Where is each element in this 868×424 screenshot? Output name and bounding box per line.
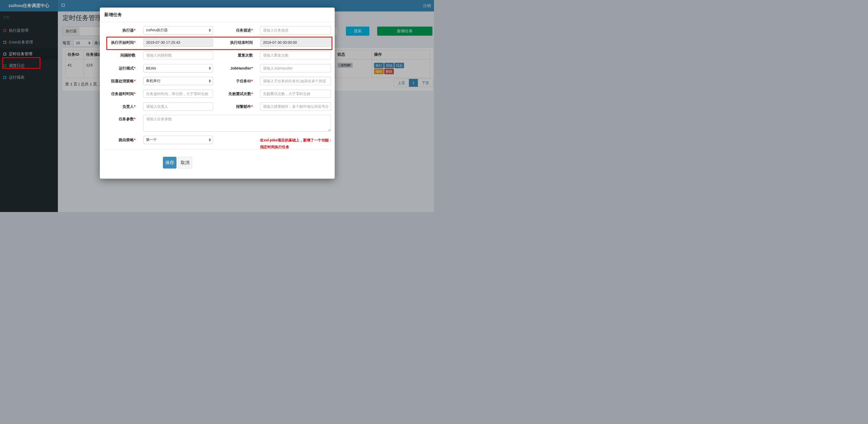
child-job-id-label: 子任务ID* [214,77,253,85]
job-param-label: 任务参数* [100,115,135,123]
save-button[interactable]: 保存 [163,157,177,168]
select-stepper-icon [209,79,211,83]
divider [100,22,335,22]
owner-label: 负责人* [100,102,135,111]
block-strategy-label: 阻塞处理策略* [100,77,135,85]
run-mode-select[interactable]: BEAN [143,64,213,72]
end-time-input[interactable]: 2019-07-30 00:00:00 [260,38,331,46]
route-strategy-select[interactable]: 第一个 [143,136,213,144]
fail-retry-input[interactable] [260,90,331,98]
fail-retry-label: 失败重试次数* [214,90,253,98]
route-strategy-label: 路由策略* [100,136,135,144]
start-time-input[interactable]: 2019-07-30 17:25:43 [143,38,213,46]
select-stepper-icon [209,67,211,70]
route-strategy-select-value: 第一个 [144,137,209,142]
add-task-modal: 新增任务 执行器* zuihou执行器 任务描述* 执行开始时间* [100,7,335,179]
cancel-button[interactable]: 取消 [178,157,192,168]
interval-label: 间隔秒数 [100,51,135,59]
select-stepper-icon [209,138,211,141]
start-time-label: 执行开始时间* [100,38,135,46]
alarm-email-input[interactable] [260,102,331,111]
timeout-input[interactable] [143,90,213,98]
job-handler-label: JobHandler* [214,64,253,72]
run-mode-select-value: BEAN [144,66,209,70]
block-strategy-select[interactable]: 单机串行 [143,77,213,85]
select-stepper-icon [209,29,211,32]
job-param-textarea[interactable] [143,115,331,132]
end-time-label: 执行结束时间 [214,38,253,46]
child-job-id-input[interactable] [260,77,331,85]
interval-input[interactable] [143,51,213,59]
timeout-label: 任务超时时间* [100,90,135,98]
divider [104,149,331,150]
run-mode-label: 运行模式* [100,64,135,72]
executor-label: 执行器* [100,26,135,34]
alarm-email-label: 报警邮件* [214,102,253,111]
job-desc-input[interactable] [260,26,331,34]
feature-note: 在xxl-jobs项目的基础上，新增了一个功能： 指定时间执行任务 [260,137,335,150]
repeat-count-label: 重复次数 [214,51,253,59]
modal-title: 新增任务 [104,12,122,18]
owner-input[interactable] [143,102,213,111]
executor-select-value: zuihou执行器 [144,28,209,33]
block-strategy-select-value: 单机串行 [144,79,209,83]
job-desc-label: 任务描述* [214,26,253,34]
feature-note-line1: 在xxl-jobs项目的基础上，新增了一个功能： [260,137,335,143]
job-handler-input[interactable] [260,64,331,72]
executor-select[interactable]: zuihou执行器 [143,26,213,34]
repeat-count-input[interactable] [260,51,331,59]
app-root: zuihou任务调度中心 注销 导航 执行器管理 Cron任务管理 定时任务管理… [0,0,434,212]
